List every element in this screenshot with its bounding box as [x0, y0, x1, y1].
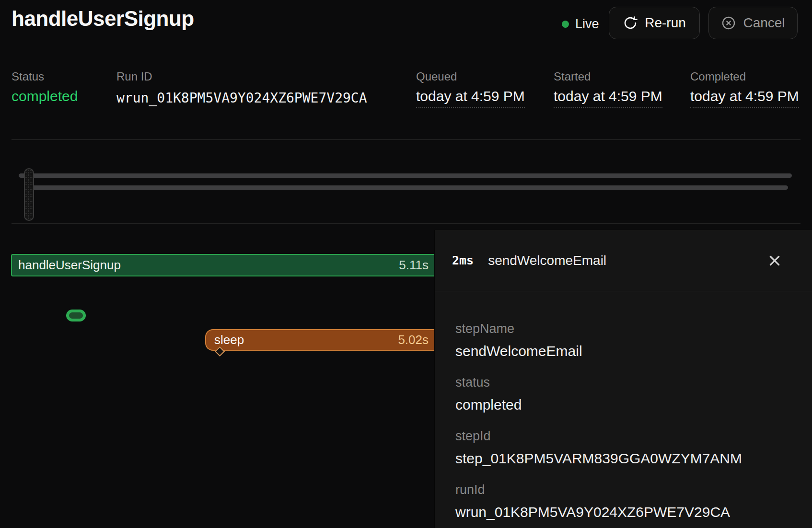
field-stepName: stepName sendWelcomeEmail [455, 321, 742, 360]
step-detail-header: 2ms sendWelcomeEmail [435, 230, 812, 291]
run-id-value: wrun_01K8PM5VA9Y024XZ6PWE7V29CA [116, 90, 367, 106]
field-label: stepName [455, 321, 742, 336]
run-id-label: Run ID [116, 70, 152, 83]
queued-value[interactable]: today at 4:59 PM [416, 88, 525, 108]
step-detail-title: sendWelcomeEmail [488, 253, 606, 268]
live-dot-icon [562, 21, 569, 28]
started-value[interactable]: today at 4:59 PM [554, 88, 662, 108]
field-label: runId [455, 482, 742, 497]
field-value: sendWelcomeEmail [455, 342, 742, 360]
cancel-button[interactable]: Cancel [708, 7, 798, 39]
field-stepId: stepId step_01K8PM5VARM839GGA0WZYM7ANM [455, 428, 742, 468]
cancel-button-label: Cancel [743, 15, 785, 31]
completed-label: Completed [690, 70, 746, 83]
completed-value[interactable]: today at 4:59 PM [690, 88, 799, 108]
field-label: status [455, 375, 742, 390]
rerun-button-label: Re-run [645, 15, 686, 31]
queued-label: Queued [416, 70, 457, 83]
started-label: Started [554, 70, 591, 83]
gantt-span-sleep[interactable]: sleep 5.02s [205, 329, 434, 351]
minimap-zoom-handle[interactable] [24, 168, 34, 221]
span-duration: 5.02s [398, 333, 434, 347]
live-status: Live [562, 14, 599, 34]
minimap-step-span-bar [30, 185, 788, 190]
page-title: handleUserSignup [12, 7, 194, 31]
minimap-divider [12, 223, 800, 224]
workflow-run-page: handleUserSignup Live Re-run Cancel Stat… [0, 0, 812, 528]
status-value: completed [12, 88, 78, 104]
step-detail-fields: stepName sendWelcomeEmail status complet… [455, 321, 742, 528]
step-detail-panel: 2ms sendWelcomeEmail stepName sendWelcom… [434, 230, 812, 528]
minimap-root-span-bar [19, 173, 792, 178]
field-value: step_01K8PM5VARM839GGA0WZYM7ANM [455, 449, 742, 468]
span-label: handleUserSignup [12, 258, 121, 273]
header-divider [12, 139, 800, 140]
field-runId: runId wrun_01K8PM5VA9Y024XZ6PWE7V29CA [455, 482, 742, 521]
refresh-icon [623, 15, 638, 31]
step-duration-badge: 2ms [452, 253, 474, 267]
field-status: status completed [455, 375, 742, 414]
status-label: Status [12, 70, 44, 83]
field-value: completed [455, 396, 742, 414]
gantt-span-sendWelcomeEmail-pill[interactable] [66, 310, 86, 321]
span-duration: 5.11s [399, 258, 434, 273]
cancel-circle-x-icon [721, 15, 736, 31]
close-icon[interactable] [767, 253, 782, 268]
field-value: wrun_01K8PM5VA9Y024XZ6PWE7V29CA [455, 503, 742, 521]
field-label: stepId [455, 428, 742, 444]
live-label: Live [575, 17, 599, 32]
gantt-span-handleUserSignup[interactable]: handleUserSignup 5.11s [11, 254, 434, 276]
span-label: sleep [206, 333, 244, 347]
rerun-button[interactable]: Re-run [609, 7, 700, 39]
